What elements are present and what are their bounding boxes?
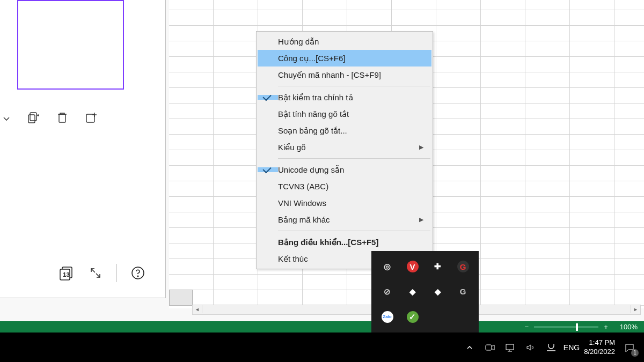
- side-panel: 13: [0, 0, 166, 298]
- ime-icon[interactable]: [543, 339, 559, 356]
- nvidia2-icon[interactable]: ◆: [426, 280, 449, 304]
- clock-time: 1:47 PM: [584, 338, 615, 347]
- clock[interactable]: 1:47 PM 8/20/2022: [584, 338, 615, 356]
- svg-point-11: [137, 276, 138, 277]
- menu-item-label: Unicode dựng sẵn: [278, 165, 416, 175]
- menu-item[interactable]: Bảng điều khiển...[CS+F5]: [258, 234, 431, 250]
- menu-item[interactable]: Unicode dựng sẵn: [258, 161, 431, 178]
- unikey-icon[interactable]: V: [401, 255, 424, 278]
- context-menu: Hướng dẫnCông cụ...[CS+F6]Chuyển mã nhan…: [256, 31, 433, 269]
- svg-rect-1: [28, 115, 35, 123]
- menu-item-label: Bật tính năng gõ tắt: [278, 109, 416, 119]
- help-icon[interactable]: [130, 265, 146, 281]
- check-icon: [258, 95, 278, 100]
- notifications-icon[interactable]: 1: [621, 339, 638, 356]
- submenu-arrow-icon: ▶: [416, 216, 426, 223]
- menu-item[interactable]: Chuyển mã nhanh - [CS+F9]: [258, 67, 431, 83]
- page-count-value: 13: [63, 271, 70, 278]
- menu-item-label: TCVN3 (ABC): [278, 182, 416, 191]
- garena-icon[interactable]: G: [451, 255, 474, 278]
- new-tab-icon[interactable]: [84, 110, 98, 124]
- menu-separator: [278, 231, 430, 231]
- row-header-corner[interactable]: [169, 290, 193, 306]
- notification-count: 1: [631, 349, 639, 357]
- menu-separator: [278, 86, 430, 86]
- menu-item[interactable]: Bảng mã khác▶: [258, 211, 431, 228]
- scroll-left-button[interactable]: ◄: [193, 305, 202, 313]
- menu-item-label: Kiểu gõ: [278, 143, 416, 152]
- clock-date: 8/20/2022: [584, 348, 615, 356]
- zalo-icon[interactable]: Zalo: [376, 305, 399, 328]
- svg-rect-5: [86, 114, 94, 122]
- menu-separator: [278, 158, 430, 159]
- status-bar: − + 100%: [0, 321, 644, 333]
- zoom-slider[interactable]: [534, 326, 598, 328]
- meet-now-icon[interactable]: [482, 339, 498, 356]
- svg-rect-12: [486, 345, 492, 350]
- defender-icon[interactable]: ✚: [426, 255, 449, 278]
- menu-item-label: Hướng dẫn: [278, 37, 416, 47]
- zoom-thumb[interactable]: [576, 323, 578, 331]
- menu-item[interactable]: Bật tính năng gõ tắt: [258, 106, 431, 122]
- svg-rect-13: [506, 344, 514, 350]
- network-icon[interactable]: [502, 339, 518, 356]
- fullscreen-icon[interactable]: [87, 265, 104, 281]
- selected-object-frame[interactable]: [17, 0, 124, 90]
- menu-item[interactable]: Bật kiểm tra chính tả: [258, 89, 431, 106]
- chevron-down-icon[interactable]: [1, 113, 12, 124]
- logitech-icon[interactable]: G: [451, 280, 474, 304]
- menu-item-label: Bảng mã khác: [278, 215, 416, 225]
- page-count-icon[interactable]: 13: [58, 265, 75, 281]
- volume-icon[interactable]: [523, 339, 539, 356]
- divider: [116, 264, 117, 282]
- menu-item[interactable]: Kiểu gõ▶: [258, 139, 431, 156]
- menu-item[interactable]: Hướng dẫn: [258, 33, 431, 50]
- trash-icon[interactable]: [55, 110, 69, 124]
- menu-item-label: Bảng điều khiển...[CS+F5]: [278, 238, 416, 247]
- zoom-in-button[interactable]: +: [604, 323, 608, 331]
- copy-icon[interactable]: [26, 110, 40, 124]
- language-indicator[interactable]: ENG: [564, 339, 580, 356]
- nvidia-icon[interactable]: ◆: [401, 280, 424, 304]
- svg-rect-0: [30, 113, 36, 121]
- menu-item-label: Bật kiểm tra chính tả: [278, 93, 416, 102]
- scroll-right-button[interactable]: ►: [631, 305, 640, 313]
- check-icon: [258, 167, 278, 172]
- menu-item[interactable]: VNI Windows: [258, 195, 431, 211]
- menu-item[interactable]: TCVN3 (ABC): [258, 178, 431, 195]
- tray-expand-icon[interactable]: [462, 339, 478, 356]
- menu-item-label: Chuyển mã nhanh - [CS+F9]: [278, 70, 416, 80]
- menu-item[interactable]: Công cụ...[CS+F6]: [258, 50, 431, 67]
- menu-item-label: VNI Windows: [278, 198, 416, 208]
- system-tray-popup: ◎V✚G⊘◆◆GZalo✓: [371, 251, 479, 333]
- svg-rect-4: [59, 114, 65, 122]
- zoom-value[interactable]: 100%: [620, 323, 638, 331]
- link-icon[interactable]: ⊘: [376, 280, 399, 304]
- zoom-out-button[interactable]: −: [525, 323, 529, 331]
- app-window: ◄ ► 13: [0, 0, 644, 331]
- taskbar: ENG 1:47 PM 8/20/2022 1: [0, 333, 644, 362]
- menu-item-label: Soạn bảng gõ tắt...: [278, 126, 416, 136]
- check-icon[interactable]: ✓: [401, 305, 424, 328]
- menu-item-label: Công cụ...[CS+F6]: [278, 54, 416, 63]
- menu-item[interactable]: Soạn bảng gõ tắt...: [258, 122, 431, 139]
- camera-icon[interactable]: ◎: [376, 255, 399, 278]
- submenu-arrow-icon: ▶: [416, 144, 426, 151]
